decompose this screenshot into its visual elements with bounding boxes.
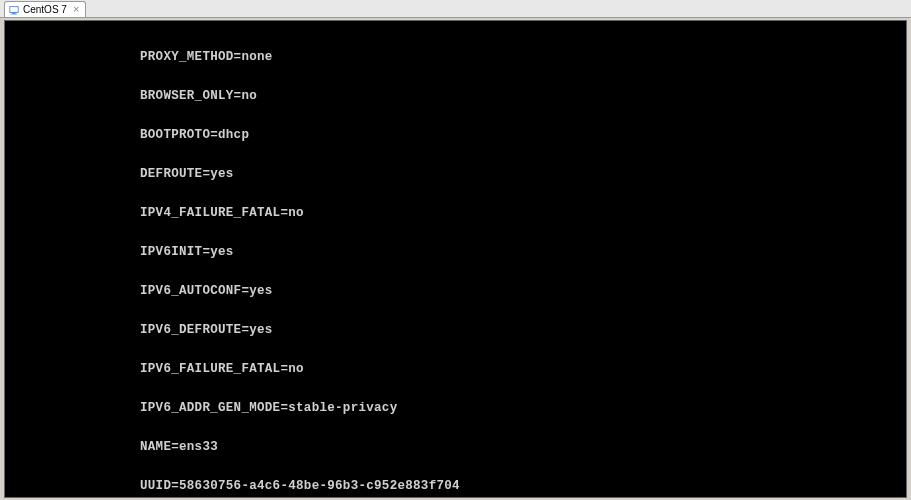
config-line: IPV6_FAILURE_FATAL=no — [5, 363, 906, 376]
config-line: DEFROUTE=yes — [5, 168, 906, 181]
config-line: BROWSER_ONLY=no — [5, 90, 906, 103]
config-line: IPV6INIT=yes — [5, 246, 906, 259]
terminal[interactable]: PROXY_METHOD=none BROWSER_ONLY=no BOOTPR… — [5, 21, 906, 498]
config-line: IPV6_ADDR_GEN_MODE=stable-privacy — [5, 402, 906, 415]
vm-icon — [9, 5, 19, 15]
tab-centos7[interactable]: CentOS 7 × — [4, 1, 86, 17]
tab-bar: CentOS 7 × — [0, 0, 911, 18]
tab-label: CentOS 7 — [23, 4, 67, 15]
config-line: NAME=ens33 — [5, 441, 906, 454]
config-line: IPV6_AUTOCONF=yes — [5, 285, 906, 298]
terminal-container: PROXY_METHOD=none BROWSER_ONLY=no BOOTPR… — [4, 20, 907, 498]
close-icon[interactable]: × — [73, 4, 79, 15]
svg-rect-0 — [10, 6, 18, 12]
config-line: BOOTPROTO=dhcp — [5, 129, 906, 142]
config-line: IPV6_DEFROUTE=yes — [5, 324, 906, 337]
config-line: PROXY_METHOD=none — [5, 51, 906, 64]
svg-rect-2 — [11, 13, 18, 14]
config-line: IPV4_FAILURE_FATAL=no — [5, 207, 906, 220]
config-line: UUID=58630756-a4c6-48be-96b3-c952e883f70… — [5, 480, 906, 493]
svg-rect-1 — [12, 12, 15, 13]
